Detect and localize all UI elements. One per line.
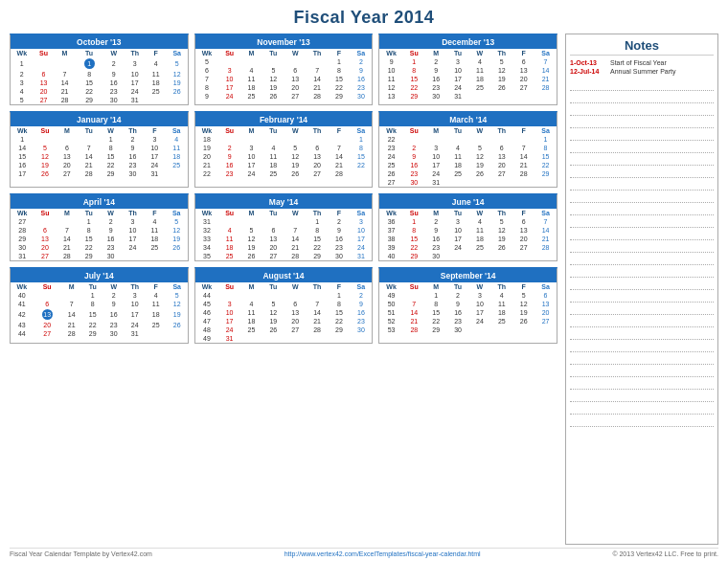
month-4: February '14WkSuMTuWThFSa181192345678209…: [194, 111, 374, 188]
notes-line: [570, 178, 714, 191]
month-10: August '14WkSuMTuWThFSa44124534567894610…: [194, 267, 374, 344]
notes-line: [570, 153, 714, 166]
notes-line: [570, 377, 714, 390]
notes-line: [570, 390, 714, 402]
notes-date: 12-Jul-14: [570, 68, 606, 75]
notes-line: [570, 103, 714, 116]
quarter-row-1: October '13WkSuMTuWThFSa1123452678910111…: [10, 34, 557, 105]
notes-line: [570, 365, 714, 377]
month-1: November '13WkSuMTuWThFSa512634567897101…: [194, 34, 374, 105]
quarter-row-3: April '14WkSuMTuWThFSa271234528678910111…: [10, 193, 557, 261]
notes-line: [570, 290, 714, 303]
month-5: March '14WkSuMTuWThFSa221232345678249101…: [378, 111, 557, 188]
month-header: December '13: [379, 35, 557, 49]
page: Fiscal Year 2014 October '13WkSuMTuWThFS…: [0, 0, 728, 561]
month-header: January '14: [11, 113, 188, 126]
month-header: October '13: [11, 35, 188, 49]
notes-line: [570, 315, 714, 327]
notes-date: 1-Oct-13: [570, 59, 606, 66]
month-header: May '14: [195, 195, 373, 209]
notes-line: [570, 128, 714, 141]
month-header: March '14: [379, 113, 557, 126]
month-7: May '14WkSuMTuWThFSa31123324567891033111…: [194, 193, 374, 261]
calendars: October '13WkSuMTuWThFSa1123452678910111…: [10, 34, 557, 545]
notes-entry: 1-Oct-13Start of Fiscal Year: [570, 59, 714, 66]
month-2: December '13WkSuMTuWThFSa912345671089101…: [378, 34, 557, 105]
month-header: November '13: [195, 35, 373, 49]
main-content: October '13WkSuMTuWThFSa1123452678910111…: [10, 34, 718, 545]
notes-line: [570, 352, 714, 365]
month-11: September '14WkSuMTuWThFSa49123456507891…: [378, 267, 557, 344]
notes-line: [570, 215, 714, 228]
notes-line: [570, 415, 714, 427]
notes-line: [570, 240, 714, 253]
notes-line: [570, 340, 714, 352]
month-header: February '14: [195, 113, 373, 126]
notes-entry: 12-Jul-14Annual Summer Party: [570, 68, 714, 75]
month-header: July '14: [11, 269, 188, 282]
notes-entries: 1-Oct-13Start of Fiscal Year12-Jul-14Ann…: [570, 59, 714, 75]
notes-panel: Notes 1-Oct-13Start of Fiscal Year12-Jul…: [565, 34, 718, 545]
notes-line: [570, 278, 714, 290]
notes-line: [570, 327, 714, 340]
notes-line: [570, 203, 714, 215]
notes-line: [570, 79, 714, 91]
footer-center[interactable]: http://www.vertex42.com/ExcelTemplates/f…: [284, 550, 481, 557]
notes-line: [570, 303, 714, 315]
notes-text: Start of Fiscal Year: [610, 59, 667, 66]
notes-line: [570, 228, 714, 240]
notes-line: [570, 265, 714, 278]
month-9: July '14WkSuMTuWThFSa4012345416789101112…: [10, 267, 189, 344]
footer: Fiscal Year Calendar Template by Vertex4…: [10, 548, 718, 557]
notes-heading: Notes: [570, 38, 714, 56]
month-6: April '14WkSuMTuWThFSa271234528678910111…: [10, 193, 189, 261]
quarter-row-2: January '14WkSuMTuWThFSa1123414567891011…: [10, 111, 557, 188]
month-header: August '14: [195, 269, 373, 282]
month-0: October '13WkSuMTuWThFSa1123452678910111…: [10, 34, 189, 105]
notes-line: [570, 141, 714, 153]
month-header: April '14: [11, 195, 188, 209]
quarter-row-4: July '14WkSuMTuWThFSa4012345416789101112…: [10, 267, 557, 344]
page-title: Fiscal Year 2014: [10, 8, 718, 28]
notes-line: [570, 91, 714, 103]
notes-line: [570, 166, 714, 178]
month-3: January '14WkSuMTuWThFSa1123414567891011…: [10, 111, 189, 188]
month-8: June '14WkSuMTuWThFSa3612345673789101112…: [378, 193, 557, 261]
notes-line: [570, 191, 714, 203]
notes-line: [570, 402, 714, 415]
notes-line: [570, 253, 714, 265]
notes-line: [570, 116, 714, 128]
month-header: September '14: [379, 269, 557, 282]
notes-lines: [570, 79, 714, 427]
month-header: June '14: [379, 195, 557, 209]
footer-right: © 2013 Vertex42 LLC. Free to print.: [612, 550, 718, 557]
footer-left: Fiscal Year Calendar Template by Vertex4…: [10, 550, 152, 557]
notes-text: Annual Summer Party: [610, 68, 675, 75]
